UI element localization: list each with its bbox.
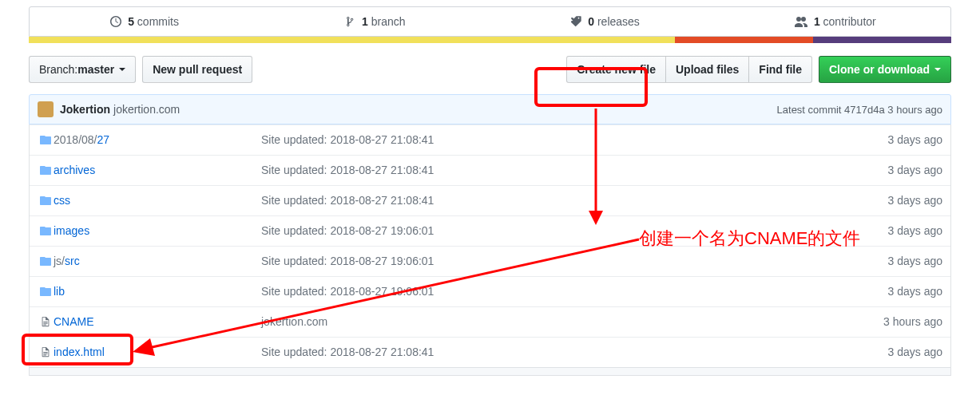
commit-message-cell[interactable]: Site updated: 2018-08-27 19:06:01 (261, 283, 839, 300)
file-icon (38, 344, 54, 361)
commit-age-cell: 3 days ago (839, 162, 942, 179)
releases-stat[interactable]: 0 releases (490, 7, 720, 36)
file-row: index.htmlSite updated: 2018-08-27 21:08… (30, 337, 950, 367)
folder-icon (38, 132, 54, 148)
upload-files-button[interactable]: Upload files (665, 56, 749, 83)
file-row: CNAMEjokertion.com3 hours ago (30, 306, 950, 337)
file-list: 2018/08/27Site updated: 2018-08-27 21:08… (29, 124, 951, 368)
file-name[interactable]: archives (54, 162, 261, 179)
file-row: js/srcSite updated: 2018-08-27 19:06:013… (30, 246, 950, 276)
folder-icon (38, 162, 54, 179)
commit-sha[interactable]: 4717d4a (844, 104, 885, 116)
tag-icon (570, 16, 581, 27)
commit-message-cell[interactable]: Site updated: 2018-08-27 21:08:41 (261, 162, 839, 179)
folder-icon (38, 192, 54, 209)
file-name[interactable]: 2018/08/27 (54, 132, 261, 148)
latest-commit-info: Latest commit 4717d4a 3 hours ago (777, 104, 942, 116)
commit-author[interactable]: Jokertion (60, 103, 110, 116)
latest-commit-bar: Jokertion jokertion.com Latest commit 47… (29, 94, 951, 124)
commit-age-cell: 3 days ago (839, 344, 942, 361)
chevron-down-icon (119, 68, 125, 71)
folder-icon (38, 253, 54, 270)
avatar[interactable] (38, 101, 54, 117)
commit-message-cell[interactable]: Site updated: 2018-08-27 21:08:41 (261, 192, 839, 209)
commit-age-cell: 3 days ago (839, 192, 942, 209)
file-row: libSite updated: 2018-08-27 19:06:013 da… (30, 276, 950, 306)
history-icon (110, 16, 121, 27)
people-icon (795, 16, 807, 27)
file-name[interactable]: index.html (54, 344, 261, 361)
file-icon (38, 314, 54, 330)
file-name[interactable]: lib (54, 283, 261, 300)
file-actions-group: Create new file Upload files Find file (566, 56, 812, 83)
folder-icon (38, 283, 54, 300)
file-name[interactable]: images (54, 223, 261, 239)
file-row: archivesSite updated: 2018-08-27 21:08:4… (30, 155, 950, 185)
create-new-file-button[interactable]: Create new file (566, 56, 666, 83)
file-name[interactable]: js/src (54, 253, 261, 270)
new-pull-request-button[interactable]: New pull request (142, 56, 252, 83)
file-name[interactable]: css (54, 192, 261, 209)
commit-message[interactable]: jokertion.com (113, 103, 180, 116)
commit-age-cell: 3 hours ago (839, 314, 942, 330)
file-row: cssSite updated: 2018-08-27 21:08:413 da… (30, 185, 950, 215)
chevron-down-icon (934, 68, 941, 71)
commit-message-cell[interactable]: Site updated: 2018-08-27 21:08:41 (261, 344, 839, 361)
find-file-button[interactable]: Find file (748, 56, 812, 83)
file-row: imagesSite updated: 2018-08-27 19:06:013… (30, 215, 950, 246)
branch-icon (344, 16, 355, 27)
file-name[interactable]: CNAME (54, 314, 261, 330)
contributors-stat[interactable]: 1 contributor (720, 7, 950, 36)
commit-message-cell[interactable]: Site updated: 2018-08-27 19:06:01 (261, 253, 839, 270)
commit-age-cell: 3 days ago (839, 253, 942, 270)
clone-or-download-button[interactable]: Clone or download (819, 56, 951, 83)
branch-select-button[interactable]: Branch: master (29, 56, 136, 83)
commit-age-cell: 3 days ago (839, 132, 942, 148)
file-row: 2018/08/27Site updated: 2018-08-27 21:08… (30, 124, 950, 155)
folder-icon (38, 223, 54, 239)
commit-message-cell[interactable]: Site updated: 2018-08-27 21:08:41 (261, 132, 839, 148)
commits-stat[interactable]: 5 commits (30, 7, 260, 36)
commit-age-cell: 3 days ago (839, 283, 942, 300)
repo-toolbar: Branch: master New pull request Create n… (29, 56, 951, 83)
commit-message-cell[interactable]: jokertion.com (261, 314, 839, 330)
commit-message-cell[interactable]: Site updated: 2018-08-27 19:06:01 (261, 223, 839, 239)
repo-stats-bar: 5 commits 1 branch 0 releases 1 contribu… (29, 6, 951, 37)
file-list-footer (29, 368, 951, 376)
language-bar[interactable] (29, 37, 951, 43)
commit-age-cell: 3 days ago (839, 223, 942, 239)
branches-stat[interactable]: 1 branch (260, 7, 490, 36)
